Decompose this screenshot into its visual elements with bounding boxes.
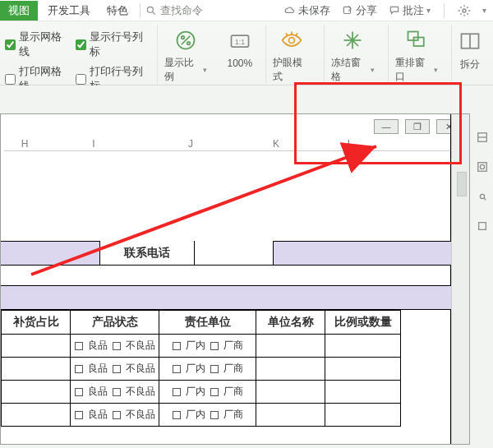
chk-show-rowcol-label: 显示行号列标: [90, 30, 150, 59]
status-pair[interactable]: 良品 不良品: [75, 362, 155, 376]
svg-point-25: [480, 164, 484, 169]
group-freeze-panes[interactable]: 冻结窗格▾: [324, 25, 381, 84]
svg-line-13: [296, 33, 297, 35]
unsaved-label: 未保存: [298, 3, 330, 18]
svg-point-6: [182, 36, 185, 39]
status-pair[interactable]: 良品 不良品: [75, 339, 155, 353]
svg-line-1: [153, 12, 155, 14]
svg-text:1:1: 1:1: [235, 38, 245, 46]
eye-icon: [280, 29, 303, 52]
menu-separator: [140, 3, 141, 18]
rearrange-label: 重排窗口: [395, 56, 433, 84]
search-placeholder: 查找命令: [160, 3, 203, 18]
status-pair[interactable]: 良品 不良品: [75, 408, 155, 422]
comment-icon: [389, 5, 400, 16]
chevron-down-icon: ▾: [482, 6, 486, 15]
title-separator: [444, 3, 445, 18]
share-label: 分享: [356, 3, 377, 18]
table-row[interactable]: 良品 不良品 厂内 厂商: [2, 404, 401, 427]
share-button[interactable]: 分享: [342, 3, 377, 18]
th-qty: 比例或数量: [325, 311, 401, 335]
chk-show-rowcol-box[interactable]: [76, 39, 86, 50]
scroll-thumb[interactable]: [457, 172, 467, 196]
windows-icon: [405, 29, 428, 52]
resp-pair[interactable]: 厂内 厂商: [173, 362, 243, 376]
unsaved-indicator[interactable]: 未保存: [284, 3, 330, 18]
svg-line-11: [286, 33, 288, 35]
freeze-icon: [341, 29, 364, 52]
ratio-1-1-icon: 1:1: [228, 30, 251, 53]
resp-pair[interactable]: 厂内 厂商: [173, 339, 243, 353]
contact-phone-header: 联系电话: [99, 241, 195, 266]
gear-icon[interactable]: [458, 4, 471, 17]
svg-point-10: [289, 38, 295, 44]
chk-show-rowcol[interactable]: 显示行号列标: [76, 30, 150, 59]
table-row[interactable]: 良品 不良品 厂内 厂商: [2, 358, 401, 381]
chk-show-gridlines[interactable]: 显示网格线: [5, 30, 69, 59]
vertical-scroll-gutter[interactable]: [451, 114, 469, 444]
chk-print-gridlines-box[interactable]: [5, 74, 16, 85]
table-row[interactable]: 良品 不良品 厂内 厂商: [2, 335, 401, 358]
contact-phone-cell[interactable]: [195, 241, 274, 266]
restock-table[interactable]: 补货占比 产品状态 责任单位 单位名称 比例或数量 良品 不良品 厂内 厂商 良…: [1, 310, 401, 427]
svg-rect-24: [478, 163, 487, 172]
chevron-down-icon: ▾: [426, 6, 431, 15]
th-ratio: 补货占比: [2, 311, 71, 335]
group-split[interactable]: 拆分: [451, 25, 488, 84]
annotate-label: 批注: [403, 3, 424, 18]
group-rearrange[interactable]: 重排窗口▾: [388, 25, 445, 84]
group-eye-mode[interactable]: 护眼模式: [265, 25, 317, 84]
sidepane-icon-1[interactable]: [477, 132, 488, 143]
freeze-panes-label: 冻结窗格: [331, 56, 369, 84]
sidepane-icon-2[interactable]: [477, 161, 488, 173]
split-label: 拆分: [460, 58, 480, 72]
cloud-icon: [284, 5, 296, 16]
svg-point-0: [147, 7, 153, 12]
search-icon: [145, 5, 157, 16]
share-icon: [342, 5, 353, 16]
svg-line-27: [484, 198, 486, 201]
svg-line-5: [182, 36, 191, 45]
chk-show-gridlines-label: 显示网格线: [19, 30, 69, 59]
chevron-down-icon: ▾: [371, 66, 375, 74]
th-resp: 责任单位: [159, 311, 256, 335]
resp-pair[interactable]: 厂内 厂商: [173, 408, 243, 422]
split-icon: [458, 30, 481, 53]
annotate-button[interactable]: 批注 ▾: [389, 3, 431, 18]
tab-view[interactable]: 视图: [0, 1, 38, 21]
group-zoom-ratio[interactable]: 显示比例▾: [157, 25, 214, 84]
group-zoom-100[interactable]: 1:1 100%: [220, 25, 259, 84]
percent-icon: [174, 29, 197, 52]
chk-show-gridlines-box[interactable]: [5, 39, 16, 50]
zoom-ratio-label: 显示比例: [164, 56, 202, 84]
th-unit: 单位名称: [256, 311, 325, 335]
table-row[interactable]: 良品 不良品 厂内 厂商: [2, 381, 401, 404]
th-status: 产品状态: [71, 311, 159, 335]
resp-pair[interactable]: 厂内 厂商: [173, 385, 243, 399]
sidepane-icon-3[interactable]: [477, 191, 488, 202]
status-pair[interactable]: 良品 不良品: [75, 385, 155, 399]
chevron-down-icon: ▾: [434, 66, 438, 74]
chk-print-rowcol-box[interactable]: [76, 74, 86, 85]
svg-point-3: [463, 9, 466, 12]
sidepane-icon-4[interactable]: [477, 220, 488, 232]
eye-mode-label: 护眼模式: [273, 56, 311, 84]
tab-special[interactable]: 特色: [100, 1, 135, 21]
search-command[interactable]: 查找命令: [145, 3, 203, 18]
spreadsheet-window[interactable]: — ❐ ✕ H I J K L 联系电话 补货占比 产品状态 责任单位 单位名称: [0, 113, 470, 445]
zoom-value-label: 100%: [227, 58, 252, 69]
svg-point-7: [187, 42, 191, 45]
purple-band-2: [1, 285, 451, 310]
tab-devtools[interactable]: 开发工具: [41, 1, 97, 21]
chevron-down-icon: ▾: [203, 66, 207, 74]
